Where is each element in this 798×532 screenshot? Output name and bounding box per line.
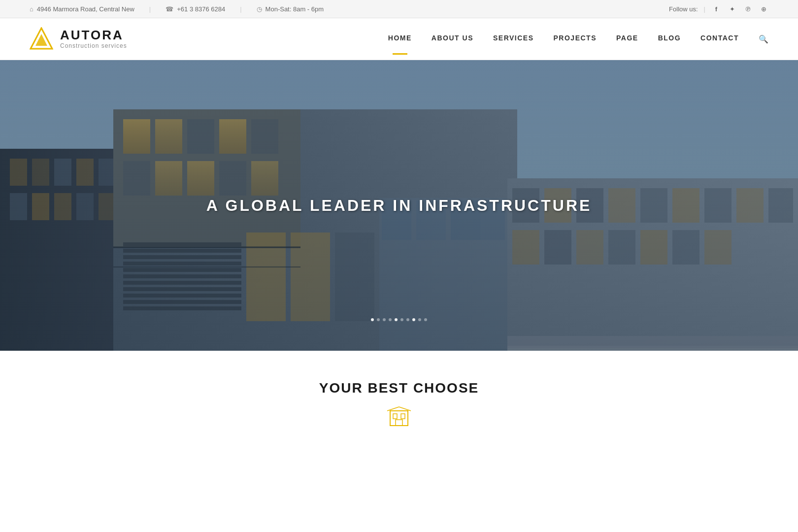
twitter-icon[interactable]: ✦	[727, 4, 737, 14]
dot-1[interactable]	[371, 318, 374, 321]
svg-line-72	[387, 407, 399, 411]
dot-3[interactable]	[383, 318, 386, 321]
nav-services[interactable]: SERVICES	[493, 34, 534, 44]
topbar: ⌂ 4946 Marmora Road, Central New | ☎ +61…	[0, 0, 798, 18]
divider-1: |	[149, 5, 151, 13]
svg-rect-69	[393, 414, 397, 419]
divider-2: |	[240, 5, 241, 13]
dot-10[interactable]	[424, 318, 427, 321]
address-text: 4946 Marmora Road, Central New	[37, 5, 134, 13]
svg-rect-71	[396, 420, 402, 426]
logo-text: AUTORA Construction services	[60, 29, 127, 49]
clock-icon: ◷	[257, 5, 262, 13]
dot-row-1	[371, 318, 427, 321]
phone-icon: ☎	[166, 5, 173, 13]
divider-3: |	[704, 5, 705, 13]
header: AUTORA Construction services HOME ABOUT …	[0, 18, 798, 60]
section-title: YOUR BEST CHOOSE	[10, 380, 788, 396]
rss-icon[interactable]: ⊕	[759, 4, 768, 14]
svg-line-73	[399, 407, 411, 411]
section-icon-area	[10, 406, 788, 427]
building-small-icon	[386, 406, 412, 427]
logo[interactable]: AUTORA Construction services	[30, 27, 127, 51]
dot-6[interactable]	[400, 318, 403, 321]
dot-4[interactable]	[389, 318, 392, 321]
nav-blog[interactable]: BLOG	[658, 34, 681, 44]
search-icon[interactable]: 🔍	[759, 34, 768, 44]
topbar-left: ⌂ 4946 Marmora Road, Central New | ☎ +61…	[30, 5, 324, 13]
nav-contact[interactable]: CONTACT	[700, 34, 739, 44]
logo-subtitle: Construction services	[60, 42, 127, 49]
nav-home[interactable]: HOME	[388, 34, 412, 44]
main-nav: HOME ABOUT US SERVICES PROJECTS PAGE BLO…	[388, 34, 768, 44]
svg-rect-70	[401, 414, 405, 419]
section-below: YOUR BEST CHOOSE	[0, 351, 798, 446]
hours-text: Mon-Sat: 8am - 6pm	[266, 5, 324, 13]
topbar-right: Follow us: | f ✦ ℗ ⊕	[669, 4, 768, 14]
phone-item: ☎ +61 3 8376 6284	[166, 5, 225, 13]
dot-2[interactable]	[377, 318, 380, 321]
logo-icon	[30, 27, 53, 51]
nav-page[interactable]: PAGE	[616, 34, 638, 44]
dot-5[interactable]	[395, 318, 398, 321]
hero-section: A GLOBAL LEADER IN INFRASTRUCTURE	[0, 60, 798, 351]
dot-7[interactable]	[406, 318, 409, 321]
dot-8[interactable]	[412, 318, 415, 321]
hero-content: A GLOBAL LEADER IN INFRASTRUCTURE	[206, 197, 592, 215]
follow-label: Follow us:	[669, 5, 698, 13]
nav-projects[interactable]: PROJECTS	[554, 34, 597, 44]
hero-title: A GLOBAL LEADER IN INFRASTRUCTURE	[206, 197, 592, 215]
nav-about[interactable]: ABOUT US	[432, 34, 473, 44]
phone-text: +61 3 8376 6284	[177, 5, 225, 13]
dot-9[interactable]	[418, 318, 421, 321]
hours-item: ◷ Mon-Sat: 8am - 6pm	[257, 5, 324, 13]
home-icon: ⌂	[30, 5, 33, 13]
facebook-icon[interactable]: f	[711, 4, 721, 14]
pinterest-icon[interactable]: ℗	[743, 4, 753, 14]
slider-dots	[371, 318, 427, 321]
address-item: ⌂ 4946 Marmora Road, Central New	[30, 5, 134, 13]
logo-title: AUTORA	[60, 29, 127, 41]
